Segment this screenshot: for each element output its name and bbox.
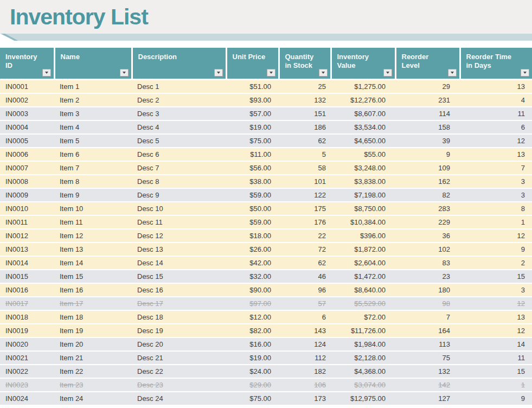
cell-desc[interactable]: Desc 10 (132, 202, 226, 215)
cell-id[interactable]: IN0004 (0, 120, 54, 134)
cell-time[interactable]: 15 (460, 365, 532, 378)
cell-name[interactable]: Item 14 (54, 256, 132, 270)
cell-price[interactable]: $19.00 (226, 351, 279, 365)
cell-value[interactable]: $2,128.00 (331, 351, 395, 365)
cell-price[interactable]: $50.00 (226, 202, 279, 215)
cell-value[interactable]: $8,750.00 (331, 202, 395, 215)
cell-price[interactable]: $38.00 (226, 175, 279, 188)
cell-qty[interactable]: 101 (279, 175, 331, 188)
cell-desc[interactable]: Desc 11 (132, 215, 226, 229)
cell-level[interactable]: 114 (395, 107, 460, 120)
column-header-level[interactable]: Reorder Level (395, 48, 460, 80)
cell-id[interactable]: IN0016 (0, 283, 54, 297)
cell-name[interactable]: Item 16 (54, 283, 132, 297)
cell-name[interactable]: Item 20 (54, 337, 132, 351)
cell-value[interactable]: $3,534.00 (331, 120, 395, 134)
cell-price[interactable]: $90.00 (226, 283, 279, 297)
cell-desc[interactable]: Desc 4 (132, 120, 226, 134)
cell-time[interactable]: 11 (460, 107, 532, 120)
cell-price[interactable]: $97.00 (226, 297, 279, 310)
cell-time[interactable]: 14 (460, 337, 532, 351)
cell-value[interactable]: $1,275.00 (331, 80, 395, 94)
cell-time[interactable]: 12 (460, 134, 532, 148)
cell-name[interactable]: Item 22 (54, 365, 132, 378)
cell-id[interactable]: IN0012 (0, 229, 54, 243)
cell-desc[interactable]: Desc 13 (132, 243, 226, 256)
cell-level[interactable]: 82 (395, 188, 460, 202)
cell-name[interactable]: Item 2 (54, 93, 132, 107)
cell-price[interactable]: $56.00 (226, 161, 279, 175)
cell-desc[interactable]: Desc 9 (132, 188, 226, 202)
cell-qty[interactable]: 112 (279, 351, 331, 365)
cell-price[interactable]: $93.00 (226, 93, 279, 107)
cell-price[interactable]: $75.00 (226, 392, 279, 405)
cell-desc[interactable]: Desc 7 (132, 161, 226, 175)
cell-level[interactable]: 23 (395, 270, 460, 283)
cell-level[interactable]: 158 (395, 120, 460, 134)
cell-level[interactable]: 180 (395, 283, 460, 297)
cell-id[interactable]: IN0009 (0, 188, 54, 202)
cell-name[interactable]: Item 13 (54, 243, 132, 256)
cell-desc[interactable]: Desc 14 (132, 256, 226, 270)
cell-value[interactable]: $8,640.00 (331, 283, 395, 297)
cell-name[interactable]: Item 7 (54, 161, 132, 175)
cell-price[interactable]: $42.00 (226, 256, 279, 270)
cell-desc[interactable]: Desc 18 (132, 310, 226, 324)
cell-desc[interactable]: Desc 21 (132, 351, 226, 365)
cell-qty[interactable]: 5 (279, 148, 331, 161)
cell-value[interactable]: $12,276.00 (331, 93, 395, 107)
cell-value[interactable]: $2,604.00 (331, 256, 395, 270)
cell-qty[interactable]: 25 (279, 80, 331, 94)
cell-level[interactable]: 29 (395, 80, 460, 94)
cell-name[interactable]: Item 5 (54, 134, 132, 148)
cell-qty[interactable]: 182 (279, 365, 331, 378)
cell-id[interactable]: IN0018 (0, 310, 54, 324)
cell-qty[interactable]: 46 (279, 270, 331, 283)
cell-qty[interactable]: 122 (279, 188, 331, 202)
cell-value[interactable]: $4,650.00 (331, 134, 395, 148)
column-header-name[interactable]: Name (54, 48, 132, 80)
cell-level[interactable]: 142 (395, 378, 460, 392)
cell-desc[interactable]: Desc 17 (132, 297, 226, 310)
cell-id[interactable]: IN0017 (0, 297, 54, 310)
cell-value[interactable]: $8,607.00 (331, 107, 395, 120)
cell-value[interactable]: $1,872.00 (331, 243, 395, 256)
cell-desc[interactable]: Desc 19 (132, 324, 226, 337)
cell-desc[interactable]: Desc 1 (132, 80, 226, 94)
cell-level[interactable]: 75 (395, 351, 460, 365)
cell-name[interactable]: Item 23 (54, 378, 132, 392)
cell-desc[interactable]: Desc 20 (132, 337, 226, 351)
column-header-time[interactable]: Reorder Time in Days (460, 48, 532, 80)
cell-value[interactable]: $5,529.00 (331, 297, 395, 310)
cell-price[interactable]: $57.00 (226, 107, 279, 120)
cell-name[interactable]: Item 15 (54, 270, 132, 283)
cell-qty[interactable]: 106 (279, 378, 331, 392)
cell-level[interactable]: 132 (395, 365, 460, 378)
cell-qty[interactable]: 72 (279, 243, 331, 256)
cell-level[interactable]: 164 (395, 324, 460, 337)
cell-qty[interactable]: 173 (279, 392, 331, 405)
cell-qty[interactable]: 62 (279, 134, 331, 148)
cell-value[interactable]: $11,726.00 (331, 324, 395, 337)
cell-id[interactable]: IN0020 (0, 337, 54, 351)
cell-price[interactable]: $26.00 (226, 243, 279, 256)
cell-name[interactable]: Item 9 (54, 188, 132, 202)
cell-qty[interactable]: 143 (279, 324, 331, 337)
cell-level[interactable]: 9 (395, 148, 460, 161)
cell-name[interactable]: Item 4 (54, 120, 132, 134)
cell-id[interactable]: IN0002 (0, 93, 54, 107)
cell-desc[interactable]: Desc 24 (132, 392, 226, 405)
cell-name[interactable]: Item 24 (54, 392, 132, 405)
column-header-price[interactable]: Unit Price (226, 48, 279, 80)
cell-desc[interactable]: Desc 23 (132, 378, 226, 392)
cell-price[interactable]: $24.00 (226, 365, 279, 378)
cell-level[interactable]: 98 (395, 297, 460, 310)
cell-qty[interactable]: 175 (279, 202, 331, 215)
cell-time[interactable]: 13 (460, 148, 532, 161)
cell-qty[interactable]: 186 (279, 120, 331, 134)
cell-price[interactable]: $51.00 (226, 80, 279, 94)
cell-time[interactable]: 3 (460, 283, 532, 297)
cell-level[interactable]: 283 (395, 202, 460, 215)
cell-value[interactable]: $3,248.00 (331, 161, 395, 175)
filter-dropdown-id[interactable] (42, 69, 51, 76)
